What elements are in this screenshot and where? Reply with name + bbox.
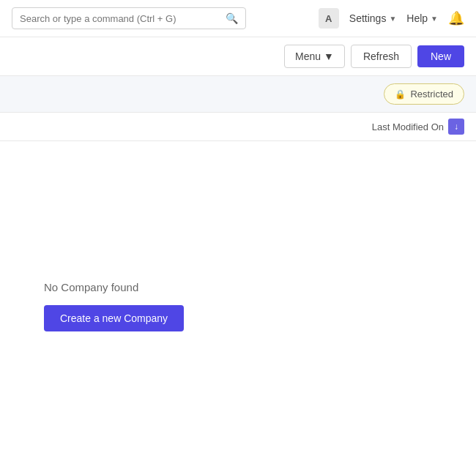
create-company-button[interactable]: Create a new Company bbox=[44, 305, 184, 331]
new-button[interactable]: New bbox=[417, 45, 464, 67]
menu-chevron-icon: ▼ bbox=[324, 50, 334, 62]
notification-bell-icon[interactable]: 🔔 bbox=[448, 10, 464, 26]
avatar: A bbox=[319, 8, 339, 29]
filter-row: 🔒 Restricted bbox=[0, 76, 476, 113]
main-content: No Company found Create a new Company bbox=[0, 141, 476, 361]
sort-descending-icon[interactable]: ↓ bbox=[448, 119, 464, 135]
refresh-button[interactable]: Refresh bbox=[351, 45, 412, 68]
settings-chevron-icon: ▼ bbox=[389, 15, 396, 23]
restricted-filter[interactable]: 🔒 Restricted bbox=[384, 83, 464, 105]
help-chevron-icon: ▼ bbox=[431, 15, 438, 23]
top-nav: 🔍 A Settings ▼ Help ▼ 🔔 bbox=[0, 0, 476, 37]
search-box[interactable]: 🔍 bbox=[12, 7, 246, 29]
menu-button[interactable]: Menu ▼ bbox=[284, 45, 345, 68]
settings-menu[interactable]: Settings ▼ bbox=[349, 12, 397, 24]
no-data-message: No Company found bbox=[44, 281, 138, 293]
search-input[interactable] bbox=[20, 13, 226, 24]
lock-icon: 🔒 bbox=[395, 89, 406, 100]
toolbar: Menu ▼ Refresh New bbox=[0, 37, 476, 76]
nav-right: A Settings ▼ Help ▼ 🔔 bbox=[319, 8, 464, 29]
last-modified-column: Last Modified On ↓ bbox=[372, 119, 464, 135]
search-icon: 🔍 bbox=[226, 12, 238, 24]
column-header-row: Last Modified On ↓ bbox=[0, 113, 476, 141]
help-menu[interactable]: Help ▼ bbox=[406, 12, 438, 24]
